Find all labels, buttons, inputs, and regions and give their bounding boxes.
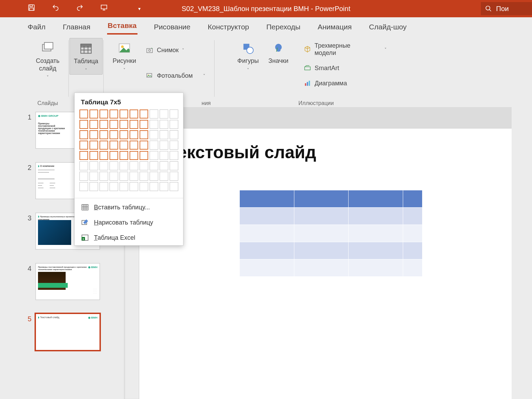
grid-cell[interactable] [170, 182, 178, 191]
grid-cell[interactable] [79, 182, 88, 191]
grid-cell[interactable] [160, 120, 168, 129]
grid-cell[interactable] [140, 130, 148, 139]
grid-cell[interactable] [110, 120, 118, 129]
pictures-button[interactable]: Рисунки ˅ [108, 38, 140, 74]
tab-transitions[interactable]: Переходы [266, 19, 301, 35]
grid-cell[interactable] [99, 130, 108, 139]
grid-cell[interactable] [120, 161, 128, 170]
grid-cell[interactable] [160, 110, 168, 118]
slide-canvas[interactable]: екстовый слайд [139, 129, 512, 399]
grid-cell[interactable] [130, 172, 138, 181]
smartart-button[interactable]: SmartArt [301, 62, 389, 74]
grid-cell[interactable] [130, 141, 138, 150]
grid-cell[interactable] [170, 172, 178, 181]
new-slide-button[interactable]: Создать слайд ˅ [32, 38, 64, 81]
photo-album-button[interactable]: Фотоальбом ˅ [143, 70, 208, 82]
tab-home[interactable]: Главная [62, 19, 91, 35]
tab-animations[interactable]: Анимация [317, 19, 353, 35]
grid-cell[interactable] [160, 172, 168, 181]
grid-cell[interactable] [79, 151, 88, 160]
thumbnail-row[interactable]: 4 Примеры поставляемой продукции с кратк… [27, 263, 121, 300]
grid-cell[interactable] [110, 110, 118, 118]
grid-cell[interactable] [130, 182, 138, 191]
grid-cell[interactable] [89, 120, 98, 129]
grid-cell[interactable] [120, 120, 128, 129]
grid-cell[interactable] [89, 141, 98, 150]
grid-cell[interactable] [170, 151, 178, 160]
grid-cell[interactable] [110, 130, 118, 139]
grid-cell[interactable] [140, 151, 148, 160]
grid-cell[interactable] [79, 110, 88, 118]
grid-cell[interactable] [140, 161, 148, 170]
table-button[interactable]: Таблица ˅ [69, 38, 103, 75]
grid-cell[interactable] [130, 110, 138, 118]
grid-cell[interactable] [130, 161, 138, 170]
grid-cell[interactable] [89, 151, 98, 160]
grid-cell[interactable] [99, 182, 108, 191]
grid-cell[interactable] [110, 161, 118, 170]
grid-cell[interactable] [110, 141, 118, 150]
grid-cell[interactable] [99, 120, 108, 129]
grid-cell[interactable] [130, 120, 138, 129]
chart-button[interactable]: Диаграмма [301, 77, 389, 89]
grid-cell[interactable] [110, 151, 118, 160]
grid-cell[interactable] [79, 120, 88, 129]
tab-insert[interactable]: Вставка [107, 18, 137, 35]
draw-table-button[interactable]: Нарисовать таблицу [75, 215, 183, 230]
undo-icon[interactable] [52, 4, 59, 13]
grid-cell[interactable] [170, 141, 178, 150]
thumbnail-row[interactable]: 5 ◗ Текстовый слайд◉ BMH [27, 314, 121, 350]
grid-cell[interactable] [99, 161, 108, 170]
grid-cell[interactable] [140, 172, 148, 181]
search-input[interactable]: Пои [481, 2, 532, 15]
3d-models-button[interactable]: Трехмерные модели ˅ [301, 40, 389, 59]
grid-cell[interactable] [120, 182, 128, 191]
grid-cell[interactable] [150, 151, 158, 160]
grid-cell[interactable] [89, 161, 98, 170]
grid-cell[interactable] [99, 151, 108, 160]
grid-cell[interactable] [140, 120, 148, 129]
screenshot-button[interactable]: Снимок ˅ [143, 44, 208, 56]
slide-title[interactable]: екстовый слайд [177, 142, 505, 162]
tab-draw[interactable]: Рисование [153, 19, 191, 35]
grid-cell[interactable] [170, 130, 178, 139]
grid-cell[interactable] [120, 172, 128, 181]
grid-cell[interactable] [170, 161, 178, 170]
grid-cell[interactable] [120, 151, 128, 160]
grid-cell[interactable] [79, 141, 88, 150]
grid-cell[interactable] [150, 130, 158, 139]
grid-cell[interactable] [170, 120, 178, 129]
grid-cell[interactable] [120, 141, 128, 150]
grid-cell[interactable] [89, 130, 98, 139]
grid-cell[interactable] [89, 182, 98, 191]
grid-cell[interactable] [150, 161, 158, 170]
grid-cell[interactable] [160, 182, 168, 191]
grid-cell[interactable] [160, 161, 168, 170]
slide-canvas-area[interactable]: екстовый слайд [139, 107, 512, 399]
shapes-button[interactable]: Фигуры ˅ [233, 38, 263, 74]
grid-cell[interactable] [160, 141, 168, 150]
qat-overflow-icon[interactable]: ▾ [138, 6, 141, 11]
redo-icon[interactable] [76, 4, 84, 13]
grid-cell[interactable] [150, 120, 158, 129]
tab-slideshow[interactable]: Слайд-шоу [368, 19, 407, 35]
grid-cell[interactable] [150, 141, 158, 150]
grid-cell[interactable] [130, 151, 138, 160]
grid-cell[interactable] [120, 130, 128, 139]
grid-cell[interactable] [79, 161, 88, 170]
save-icon[interactable] [28, 4, 35, 13]
grid-cell[interactable] [140, 182, 148, 191]
tab-file[interactable]: Файл [27, 19, 46, 35]
grid-cell[interactable] [89, 110, 98, 118]
grid-cell[interactable] [150, 182, 158, 191]
grid-cell[interactable] [150, 172, 158, 181]
thumbnail[interactable]: ◗ Текстовый слайд◉ BMH [36, 314, 100, 350]
grid-cell[interactable] [79, 130, 88, 139]
grid-cell[interactable] [130, 130, 138, 139]
grid-cell[interactable] [120, 110, 128, 118]
present-icon[interactable] [100, 4, 108, 13]
excel-table-button[interactable]: x Таблица Excel [75, 230, 183, 245]
grid-cell[interactable] [79, 172, 88, 181]
grid-cell[interactable] [140, 141, 148, 150]
insert-table-button[interactable]: Вставить таблицу... [75, 200, 183, 215]
